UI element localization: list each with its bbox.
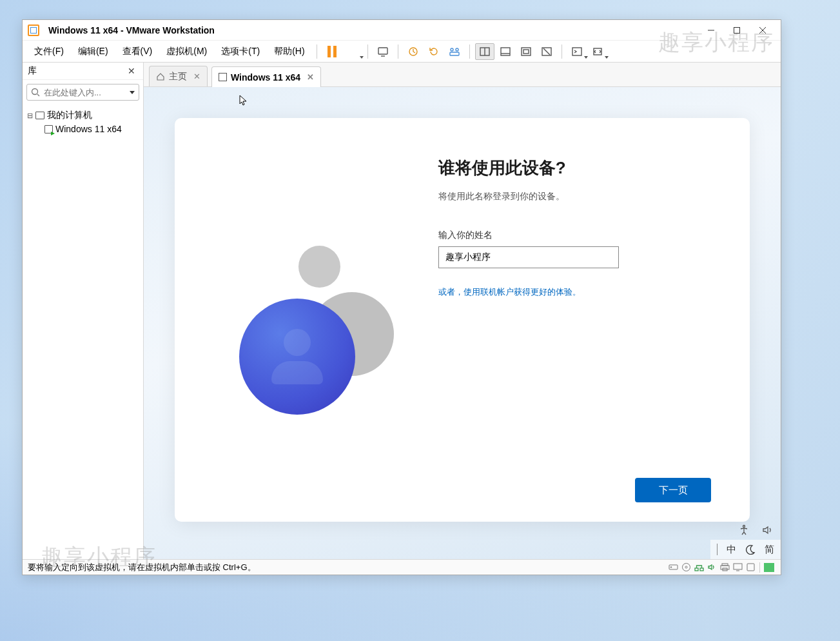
menu-view[interactable]: 查看(V) <box>116 43 159 60</box>
name-label: 输入你的姓名 <box>438 230 711 241</box>
tab-home-close[interactable]: ✕ <box>193 72 200 81</box>
svg-line-16 <box>543 48 550 55</box>
console-icon[interactable] <box>567 43 587 60</box>
power-dropdown[interactable] <box>343 43 362 60</box>
status-harddisk-icon[interactable] <box>667 562 679 573</box>
vm-icon <box>219 73 227 81</box>
ime-lang[interactable]: 中 <box>727 544 736 556</box>
tree-root-my-computer[interactable]: ⊟ 我的计算机 <box>25 108 141 123</box>
library-close-button[interactable]: ✕ <box>125 66 138 76</box>
view-unity-icon[interactable] <box>537 43 556 60</box>
svg-rect-1 <box>734 27 740 33</box>
vm-viewport[interactable]: 趣享小程序 谁将使用此设备? 将使用此名称登录到你的设备。 输入你的姓名 <box>144 87 781 559</box>
view-sidebyside-icon[interactable] <box>475 43 494 60</box>
library-search-input[interactable] <box>44 88 126 97</box>
svg-line-20 <box>37 94 39 96</box>
ime-mode[interactable]: 简 <box>765 544 774 556</box>
oobe-subtitle: 将使用此名称登录到你的设备。 <box>438 191 711 202</box>
snapshot-icon[interactable] <box>404 43 423 60</box>
menu-tabs[interactable]: 选项卡(T) <box>215 43 266 60</box>
menu-edit[interactable]: 编辑(E) <box>72 43 115 60</box>
search-dropdown-icon[interactable] <box>130 91 135 94</box>
view-fullscreen-icon[interactable] <box>516 43 536 60</box>
status-hint: 要将输入定向到该虚拟机，请在虚拟机内部单击或按 Ctrl+G。 <box>28 562 256 573</box>
oobe-illustration <box>213 144 413 502</box>
next-button[interactable]: 下一页 <box>635 478 711 502</box>
search-icon <box>31 88 40 97</box>
maximize-button[interactable] <box>724 21 750 39</box>
status-display-icon[interactable] <box>731 562 744 573</box>
accessibility-bar <box>738 524 773 536</box>
status-cd-icon[interactable] <box>679 562 692 573</box>
library-header: 库 ✕ <box>23 63 143 80</box>
svg-point-25 <box>685 566 687 568</box>
pause-vm-button[interactable] <box>322 43 342 60</box>
menu-vm[interactable]: 虚拟机(M) <box>160 43 213 60</box>
cursor-icon <box>239 95 248 106</box>
volume-icon[interactable] <box>761 524 773 536</box>
library-tree: ⊟ 我的计算机 Windows 11 x64 <box>23 104 143 139</box>
home-icon <box>156 72 165 81</box>
svg-rect-26 <box>695 568 698 571</box>
status-printer-icon[interactable] <box>718 562 731 573</box>
svg-point-7 <box>451 48 453 51</box>
titlebar[interactable]: Windows 11 x64 - VMware Workstation <box>23 20 781 41</box>
svg-point-19 <box>32 89 38 95</box>
oobe-card: 谁将使用此设备? 将使用此名称登录到你的设备。 输入你的姓名 或者，使用联机帐户… <box>175 118 750 522</box>
statusbar: 要将输入定向到该虚拟机，请在虚拟机内部单击或按 Ctrl+G。 <box>23 559 781 575</box>
svg-rect-11 <box>501 48 510 55</box>
main-area: 主页 ✕ Windows 11 x64 ✕ 趣享小程序 <box>144 63 781 559</box>
svg-point-21 <box>743 526 745 528</box>
oobe-heading: 谁将使用此设备? <box>438 157 711 179</box>
tree-vm-windows11[interactable]: Windows 11 x64 <box>25 123 141 135</box>
circle-decoration-icon <box>298 246 340 288</box>
snapshot-revert-icon[interactable] <box>424 43 444 60</box>
menu-help[interactable]: 帮助(H) <box>268 43 311 60</box>
svg-rect-4 <box>378 48 387 54</box>
library-title: 库 <box>28 65 37 77</box>
status-sound-icon[interactable] <box>705 562 718 573</box>
svg-rect-31 <box>734 564 742 569</box>
status-network-icon[interactable] <box>692 562 705 573</box>
vmware-icon <box>28 25 39 36</box>
avatar-circle-icon <box>239 299 355 415</box>
vmware-window: Windows 11 x64 - VMware Workstation 趣享小程… <box>22 19 781 575</box>
send-ctrl-alt-del-icon[interactable] <box>373 43 393 60</box>
accessibility-icon[interactable] <box>738 524 750 536</box>
view-single-icon[interactable] <box>496 43 515 60</box>
status-usb-icon[interactable] <box>744 562 757 573</box>
close-button[interactable] <box>750 21 776 39</box>
snapshot-manager-icon[interactable] <box>445 43 464 60</box>
oobe-form: 谁将使用此设备? 将使用此名称登录到你的设备。 输入你的姓名 或者，使用联机帐户… <box>413 144 711 502</box>
svg-rect-14 <box>523 50 529 54</box>
ime-bar: 中 简 <box>710 540 781 559</box>
ime-moon-icon[interactable] <box>745 544 756 555</box>
svg-rect-13 <box>522 48 531 55</box>
name-input[interactable] <box>438 246 619 268</box>
stretch-icon[interactable] <box>588 43 607 60</box>
svg-rect-27 <box>700 568 703 571</box>
computer-icon <box>35 112 44 119</box>
svg-rect-32 <box>747 564 754 571</box>
menu-file[interactable]: 文件(F) <box>28 43 70 60</box>
online-account-link[interactable]: 或者，使用联机帐户获得更好的体验。 <box>438 286 711 298</box>
minimize-button[interactable] <box>698 21 724 39</box>
svg-rect-29 <box>721 566 729 569</box>
tab-active-close[interactable]: ✕ <box>307 72 314 82</box>
window-title: Windows 11 x64 - VMware Workstation <box>48 25 215 35</box>
svg-point-8 <box>456 48 458 51</box>
menubar: 文件(F) 编辑(E) 查看(V) 虚拟机(M) 选项卡(T) 帮助(H) <box>23 41 781 63</box>
library-search[interactable] <box>26 84 139 101</box>
collapse-icon[interactable]: ⊟ <box>26 112 33 120</box>
status-message-icon[interactable] <box>763 562 776 573</box>
svg-point-23 <box>670 567 672 568</box>
library-sidebar: 库 ✕ ⊟ 我的计算机 Windows 11 x64 <box>23 63 144 559</box>
tab-strip: 主页 ✕ Windows 11 x64 ✕ <box>144 63 781 87</box>
tab-windows11[interactable]: Windows 11 x64 ✕ <box>211 66 321 87</box>
svg-rect-6 <box>450 52 459 55</box>
svg-point-24 <box>682 564 690 571</box>
vm-icon <box>44 125 53 133</box>
tab-home[interactable]: 主页 ✕ <box>149 66 208 86</box>
